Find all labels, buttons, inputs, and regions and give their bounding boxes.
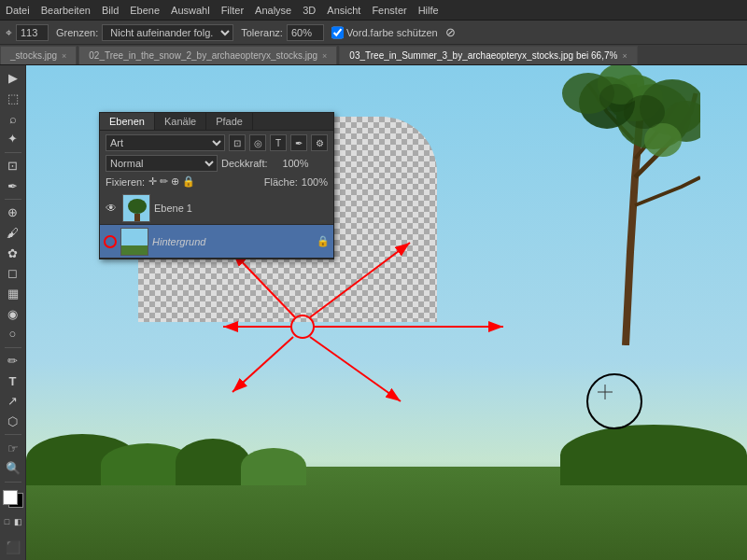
quickmask-mode-btn[interactable]: ◧ [14, 511, 23, 532]
menu-item-bearbeiten[interactable]: Bearbeiten [41, 5, 91, 16]
menu-item-datei[interactable]: Datei [6, 5, 30, 16]
menu-item-fenster[interactable]: Fenster [372, 5, 406, 16]
layer-filter-icon-2[interactable]: ◎ [249, 134, 266, 151]
tool-heal[interactable]: ⊕ [3, 203, 23, 222]
main-area: ▶ ⬚ ⌕ ✦ ⊡ ✒ ⊕ 🖌 ✿ ◻ ▦ ◉ ○ ✏ T ↗ ⬡ ☞ 🔍 □ … [0, 65, 747, 560]
fix-label: Fixieren: [106, 176, 145, 188]
tool-zoom[interactable]: 🔍 [3, 459, 23, 478]
grenzen-select[interactable]: Nicht aufeinander folg. [102, 24, 233, 41]
layer-name-ebene1: Ebene 1 [154, 203, 330, 214]
layer-name-hintergrund: Hintergrund [152, 236, 313, 247]
toleranz-input[interactable] [287, 24, 324, 41]
svg-point-9 [599, 84, 633, 112]
tool-shapes[interactable]: ⬡ [3, 413, 23, 431]
tabs-bar: _stocks.jpg × 02_Tree_in_the_snow_2_by_a… [0, 45, 747, 65]
opacity-value: 100% [272, 158, 309, 169]
layer-filter-icon-5[interactable]: ⚙ [311, 134, 328, 151]
sample-icon: ⌖ [6, 26, 12, 39]
tool-divider-1 [5, 152, 21, 153]
tool-text[interactable]: T [3, 371, 23, 390]
tool-brush[interactable]: 🖌 [3, 224, 23, 243]
layer-filter-icon-3[interactable]: T [270, 134, 287, 151]
panel-tab-pfade[interactable]: Pfade [206, 113, 253, 130]
color-swatches[interactable] [3, 490, 23, 509]
tool-magic-wand[interactable]: ✦ [3, 130, 23, 148]
svg-point-21 [128, 199, 147, 214]
sample-size-group: ⌖ [6, 24, 49, 41]
menu-item-hilfe[interactable]: Hilfe [418, 5, 439, 16]
tab-tree-snow[interactable]: 02_Tree_in_the_snow_2_by_archaeopteryx_s… [78, 46, 337, 64]
menu-item-ebene[interactable]: Ebene [130, 5, 160, 16]
tool-hand[interactable]: ☞ [3, 439, 23, 457]
tool-gradient[interactable]: ▦ [3, 285, 23, 303]
tab-stocks-label: _stocks.jpg [10, 50, 57, 61]
standard-mode-btn[interactable]: □ [3, 511, 12, 532]
tab-stocks[interactable]: _stocks.jpg × [0, 46, 77, 64]
top-menu-bar: Datei Bearbeiten Bild Ebene Auswahl Filt… [0, 0, 747, 21]
tool-eyedropper[interactable]: ✒ [3, 176, 23, 195]
sample-size-input[interactable] [16, 24, 49, 41]
menu-item-analyse[interactable]: Analyse [255, 5, 291, 16]
fix-icon-move[interactable]: ⊕ [171, 175, 179, 188]
layer-thumb-ebene1 [122, 194, 150, 222]
tab-tree-snow-close[interactable]: × [322, 51, 327, 61]
layer-filter-icon-1[interactable]: ⊡ [229, 134, 246, 151]
menu-item-3d[interactable]: 3D [303, 5, 316, 16]
tool-lasso[interactable]: ⌕ [3, 109, 23, 128]
antialiased-icon: ⊘ [445, 25, 456, 39]
bush-5 [560, 425, 747, 485]
panel-tab-kanaele[interactable]: Kanäle [155, 113, 206, 130]
grenzen-group: Grenzen: Nicht aufeinander folg. [56, 24, 233, 41]
tool-path-select[interactable]: ↗ [3, 392, 23, 411]
vorderfarbe-group: Vord.farbe schützen [331, 24, 438, 41]
vorderfarbe-checkbox[interactable] [331, 24, 344, 41]
tree-svg [514, 65, 700, 345]
panel-tabs-row: Ebenen Kanäle Pfade [100, 113, 333, 131]
grenzen-label: Grenzen: [56, 27, 98, 38]
fix-icon-brush[interactable]: ✏ [160, 175, 168, 188]
tool-dodge[interactable]: ○ [3, 325, 23, 343]
fix-icon-position[interactable]: ✛ [148, 175, 157, 188]
tool-stamp[interactable]: ✿ [3, 244, 23, 262]
tool-divider-4 [5, 434, 21, 435]
change-screen-mode-btn[interactable]: ⬛ [3, 538, 23, 556]
foreground-color-swatch[interactable] [3, 490, 18, 505]
antialiased-group: ⊘ [445, 25, 456, 39]
svg-rect-24 [121, 245, 148, 256]
menu-item-filter[interactable]: Filter [221, 5, 244, 16]
layer-filter-icon-4[interactable]: ✒ [290, 134, 307, 151]
tool-eraser[interactable]: ◻ [3, 264, 23, 283]
quick-mask-buttons: □ ◧ [3, 511, 23, 532]
tool-divider-3 [5, 347, 21, 348]
blend-mode-select[interactable]: Normal [106, 155, 218, 172]
tool-pen[interactable]: ✏ [3, 352, 23, 371]
tab-stocks-close[interactable]: × [62, 51, 66, 61]
layer-item-hintergrund[interactable]: Hintergrund 🔒 [100, 225, 333, 259]
layer-kind-select[interactable]: Art [106, 134, 225, 151]
tool-move[interactable]: ▶ [3, 69, 23, 88]
bush-3 [176, 439, 250, 485]
panel-tab-ebenen[interactable]: Ebenen [100, 113, 155, 130]
layers-blendmode-row: Normal Deckkraft: 100% [106, 155, 328, 172]
canvas-area: Ebenen Kanäle Pfade Art ⊡ ◎ T ✒ ⚙ [26, 65, 747, 560]
fix-icon-all[interactable]: 🔒 [182, 175, 195, 188]
menu-item-auswahl[interactable]: Auswahl [171, 5, 210, 16]
bush-area [26, 411, 747, 485]
menu-item-ansicht[interactable]: Ansicht [327, 5, 360, 16]
tool-crop[interactable]: ⊡ [3, 157, 23, 175]
fix-icons-group: ✛ ✏ ⊕ 🔒 [148, 175, 195, 188]
vorderfarbe-label: Vord.farbe schützen [346, 27, 438, 38]
tab-tree-summer-label: 03_Tree_in_Summer_3_by_archaeopteryx_sto… [349, 50, 617, 61]
tab-tree-snow-label: 02_Tree_in_the_snow_2_by_archaeopteryx_s… [89, 50, 317, 61]
menu-item-bild[interactable]: Bild [102, 5, 119, 16]
layer-item-ebene1[interactable]: 👁 Ebene 1 [100, 191, 333, 225]
tool-divider-5 [5, 482, 21, 483]
tab-tree-summer-close[interactable]: × [622, 51, 627, 61]
tool-marquee[interactable]: ⬚ [3, 90, 23, 108]
options-bar: ⌖ Grenzen: Nicht aufeinander folg. Toler… [0, 21, 747, 45]
toleranz-group: Toleranz: [241, 24, 324, 41]
layer-eye-ebene1[interactable]: 👁 [104, 202, 119, 215]
tool-blur[interactable]: ◉ [3, 304, 23, 323]
layers-controls: Art ⊡ ◎ T ✒ ⚙ Normal Deckkraft: 100% [100, 131, 333, 191]
tab-tree-summer[interactable]: 03_Tree_in_Summer_3_by_archaeopteryx_sto… [339, 46, 637, 64]
